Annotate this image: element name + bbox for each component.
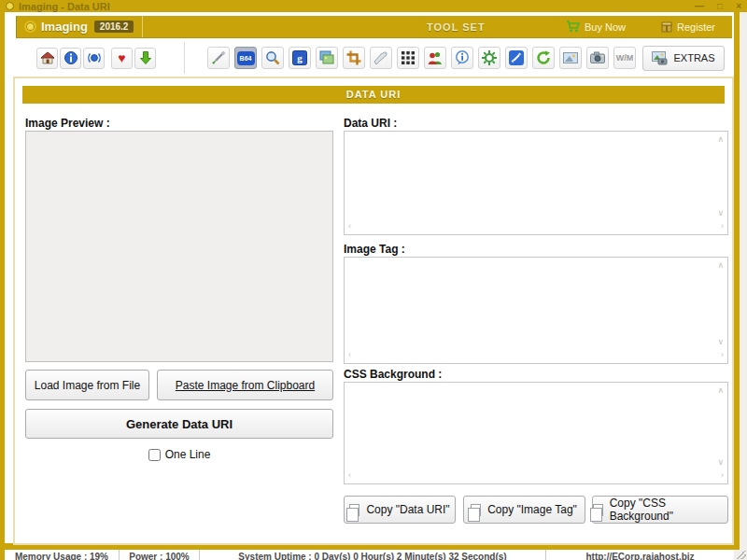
status-bar: Memory Usage : 19% Power : 100% System U… [5, 550, 734, 560]
copy-css-background-button[interactable]: Copy "CSS Background" [592, 496, 728, 524]
extras-icon [652, 51, 668, 65]
color-picker-icon [210, 49, 227, 66]
scroll-down-icon[interactable]: ∨ [717, 458, 724, 467]
image-tag-label: Image Tag : [344, 243, 405, 256]
title-bar: Imaging - Data URI — □ × [0, 0, 747, 12]
watermark-button[interactable]: W/M [613, 47, 636, 69]
copy-icon [593, 504, 603, 516]
settings-button[interactable] [478, 47, 500, 69]
scroll-left-icon[interactable]: ‹ [348, 222, 351, 231]
load-image-label: Load Image from File [35, 379, 140, 392]
copy-image-tag-button[interactable]: Copy "Image Tag" [463, 496, 585, 524]
base64-icon: B64 [237, 51, 255, 65]
image-preview-box [25, 131, 333, 362]
scroll-up-icon[interactable]: ∧ [717, 261, 724, 270]
desktop-edge [740, 12, 747, 560]
header-bar: Imaging 2016.2 TOOL SET Buy Now Register [16, 16, 732, 38]
extras-button[interactable]: EXTRAS [642, 46, 725, 71]
gallery-button[interactable] [316, 47, 338, 69]
scroll-left-icon[interactable]: ‹ [348, 351, 351, 359]
one-line-label[interactable]: One Line [165, 448, 211, 461]
toolbar-separator [184, 42, 185, 74]
window-frame-left [0, 12, 5, 560]
color-picker-button[interactable] [207, 47, 230, 69]
logo-area: Imaging 2016.2 [16, 16, 143, 37]
buy-now-button[interactable]: Buy Now [566, 21, 626, 33]
window-title: Imaging - Data URI [19, 0, 110, 12]
scroll-up-icon[interactable]: ∧ [717, 386, 724, 395]
settings-gear-icon [481, 49, 498, 66]
home-icon [40, 50, 55, 65]
clean-button[interactable] [370, 47, 392, 69]
maximize-button[interactable]: □ [717, 1, 723, 11]
refresh-button[interactable] [532, 47, 555, 69]
zoom-button[interactable] [261, 47, 284, 69]
css-background-label: CSS Background : [344, 368, 442, 381]
generate-label: Generate Data URI [126, 417, 233, 431]
crop-button[interactable] [343, 47, 365, 69]
buy-now-label: Buy Now [585, 21, 626, 33]
copy-image-tag-label: Copy "Image Tag" [487, 503, 577, 516]
toolset-label: TOOL SET [427, 16, 486, 38]
camera-button[interactable] [586, 47, 609, 69]
brand-sun-icon [24, 21, 36, 33]
google-search-button[interactable]: g [289, 47, 311, 69]
paste-image-label: Paste Image from Clipboard [176, 379, 315, 392]
users-button[interactable] [424, 47, 446, 69]
zoom-icon [264, 49, 281, 66]
load-image-button[interactable]: Load Image from File [25, 370, 149, 400]
copy-icon [349, 504, 359, 516]
main-panel: DATA URI Image Preview : Load Image from… [13, 77, 734, 545]
resize-button[interactable] [505, 47, 528, 69]
copy-icon [471, 504, 481, 516]
cart-icon [566, 21, 580, 33]
download-arrow-icon [138, 50, 153, 65]
copy-data-uri-button[interactable]: Copy "Data URI" [344, 496, 456, 524]
pixel-grid-icon [400, 49, 416, 66]
users-icon [427, 49, 444, 66]
scroll-down-icon[interactable]: ∨ [717, 338, 724, 346]
section-title: DATA URI [22, 86, 725, 104]
register-button[interactable]: Register [661, 21, 715, 33]
image-preview-label: Image Preview : [25, 117, 110, 130]
brand-name: Imaging [41, 20, 88, 34]
pixel-grid-button[interactable] [397, 47, 419, 69]
toolbar: ♥ B64 g [16, 41, 732, 75]
copy-data-uri-label: Copy "Data URI" [366, 503, 449, 516]
base64-tool-button[interactable]: B64 [234, 47, 257, 69]
scroll-right-icon[interactable]: › [721, 222, 724, 231]
paste-image-button[interactable]: Paste Image from Clipboard [157, 370, 333, 400]
picture-icon [562, 49, 579, 66]
website-status: http://ECorp.rajahost.biz [546, 550, 734, 560]
gallery-icon [318, 49, 335, 66]
scroll-right-icon[interactable]: › [721, 351, 724, 359]
css-background-textbox[interactable]: ∧ ∨ ‹ › [344, 382, 728, 484]
resize-grip-icon[interactable] [736, 551, 746, 559]
sync-icon [87, 50, 102, 65]
version-badge: 2016.2 [94, 21, 134, 33]
google-icon: g [291, 49, 308, 66]
download-button[interactable] [134, 48, 156, 69]
power-status: Power : 100% [120, 550, 200, 560]
minimize-button[interactable]: — [695, 1, 704, 11]
picture-button[interactable] [559, 47, 582, 69]
copy-css-background-label: Copy "CSS Background" [610, 497, 727, 523]
scroll-left-icon[interactable]: ‹ [348, 471, 351, 480]
home-button[interactable] [36, 48, 58, 69]
scroll-down-icon[interactable]: ∨ [717, 209, 724, 217]
about-info-icon [63, 50, 78, 65]
image-tag-textbox[interactable]: ∧ ∨ ‹ › [344, 257, 728, 364]
close-button[interactable]: × [736, 1, 741, 11]
camera-icon [589, 49, 606, 66]
about-button[interactable] [60, 48, 81, 69]
data-uri-textbox[interactable]: ∧ ∨ ‹ › [344, 131, 728, 235]
generate-data-uri-button[interactable]: Generate Data URI [25, 409, 333, 439]
sync-button[interactable] [83, 48, 105, 69]
scroll-right-icon[interactable]: › [721, 471, 724, 480]
tooltip-info-button[interactable] [451, 47, 473, 69]
favorite-button[interactable]: ♥ [111, 48, 133, 69]
one-line-checkbox[interactable] [148, 449, 161, 461]
watermark-icon: W/M [616, 53, 634, 63]
scroll-up-icon[interactable]: ∧ [717, 135, 724, 144]
heart-icon: ♥ [118, 51, 125, 64]
